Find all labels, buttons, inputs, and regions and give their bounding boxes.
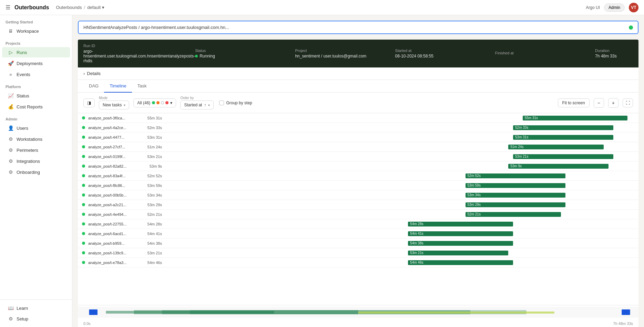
- details-chevron: ›: [83, 71, 85, 76]
- all-filter-button[interactable]: All (46) ▾: [133, 98, 176, 107]
- sidebar-item-runs[interactable]: ▷ Runs: [2, 47, 70, 57]
- all-label: All (46): [137, 101, 150, 105]
- sidebar-item-perimeters[interactable]: ⚙ Perimeters: [2, 145, 70, 155]
- row-dot: [82, 251, 85, 254]
- table-row[interactable]: analyze_pos/t-4e494... 52m 21s 52m 21s: [78, 210, 638, 219]
- sidebar-cost-reports-label: Cost Reports: [17, 104, 43, 109]
- bar-label: 55m 31s: [523, 116, 540, 120]
- table-row[interactable]: analyze_pos/t-22755... 54m 28s 54m 28s: [78, 219, 638, 229]
- zoom-in-button[interactable]: +: [608, 98, 619, 108]
- row-name: analyze_pos/t-f8c86...: [85, 183, 144, 188]
- run-search-text: HNSentimentAnalyzePosts / argo-hnsentime…: [83, 25, 229, 30]
- breadcrumb-current[interactable]: default ▾: [87, 5, 104, 10]
- table-row[interactable]: analyze_pos/t-6acd1... 54m 41s 54m 41s: [78, 229, 638, 239]
- tab-task[interactable]: Task: [132, 80, 152, 93]
- menu-icon[interactable]: ☰: [6, 4, 10, 11]
- row-bar-area: 53m 34s: [165, 190, 638, 200]
- sidebar-learn-label: Learn: [17, 306, 28, 311]
- breadcrumb-parent[interactable]: Outerbounds: [56, 5, 82, 10]
- tab-dag[interactable]: DAG: [83, 80, 104, 93]
- bar-label: 52m 52s: [466, 174, 483, 178]
- order-by-select[interactable]: Started at ↑ ▾: [180, 101, 214, 109]
- timeline-bar: 52m 21s: [466, 212, 561, 217]
- table-row[interactable]: analyze_pos/t-82a82... 53m 9s 53m 9s: [78, 161, 638, 171]
- argo-ui-link[interactable]: Argo UI: [586, 5, 600, 10]
- workspace-icon: 🖥: [8, 28, 14, 34]
- row-name: analyze_pos/t-3f0ca...: [85, 116, 144, 120]
- table-row[interactable]: analyze_pos/t-a2c21... 53m 29s 53m 29s: [78, 200, 638, 210]
- sidebar-item-status[interactable]: 📈 Status: [2, 91, 70, 101]
- timeline-bar: 55m 31s: [523, 116, 628, 120]
- row-bar-area: 53m 29s: [165, 200, 638, 209]
- timeline-bar: 53m 21s: [513, 154, 613, 159]
- zoom-out-button[interactable]: −: [594, 98, 604, 108]
- table-row[interactable]: analyze_pos/t-f8c86... 53m 59s 53m 59s: [78, 181, 638, 190]
- group-by-checkbox[interactable]: [219, 101, 224, 105]
- time-scale: 0.0s 7h 48m 33s: [78, 320, 638, 327]
- timeline-bar: 54m 28s: [408, 222, 513, 226]
- sidebar-item-events[interactable]: » Events: [2, 69, 70, 80]
- row-status: [81, 261, 85, 264]
- mode-select[interactable]: New tasks ▾: [99, 101, 129, 109]
- row-bar-area: 54m 46s: [165, 258, 638, 267]
- run-id-col: Run ID argo-hnsentiment.user.tuulosgmail…: [83, 44, 195, 63]
- sidebar-item-deployments[interactable]: 🚀 Deployments: [2, 58, 70, 68]
- run-status-col: Status Running: [195, 49, 295, 59]
- expand-button[interactable]: ⛶: [623, 98, 633, 107]
- collapse-button[interactable]: ◨: [83, 98, 95, 107]
- row-status: [81, 232, 85, 235]
- sidebar-item-setup[interactable]: ⚙ Setup: [2, 314, 70, 324]
- details-toggle[interactable]: › Details: [83, 71, 633, 76]
- row-name: analyze_pos/t-4477...: [85, 135, 144, 139]
- run-status-dot: [195, 55, 198, 57]
- row-status: [81, 145, 85, 148]
- setup-icon: ⚙: [8, 316, 14, 321]
- table-row[interactable]: analyze_pos/t-e78a3... 54m 46s 54m 46s: [78, 258, 638, 267]
- timeline-bar: 53m 21s: [408, 251, 508, 255]
- group-by-step[interactable]: Group by step: [219, 101, 252, 105]
- order-by-dropdown-arrow: ▾: [208, 103, 210, 107]
- bar-label: 51m 24s: [508, 145, 525, 149]
- fit-screen-button[interactable]: Fit to screen: [558, 98, 590, 107]
- row-duration: 53m 29s: [144, 203, 165, 207]
- row-duration: 54m 41s: [144, 232, 165, 236]
- sidebar-item-cost-reports[interactable]: 💰 Cost Reports: [2, 102, 70, 112]
- table-row[interactable]: analyze_pos/t-b959... 54m 38s 54m 38s: [78, 239, 638, 248]
- row-status: [81, 251, 85, 254]
- row-duration: 52m 21s: [144, 212, 165, 217]
- avatar[interactable]: VT: [629, 3, 638, 12]
- row-name: analyze_pos/t-27cf7...: [85, 145, 144, 149]
- svg-rect-6: [622, 309, 630, 315]
- row-name: analyze_pos/t-0199f...: [85, 155, 144, 159]
- bar-label: 53m 34s: [466, 193, 483, 197]
- admin-button[interactable]: Admin: [604, 3, 625, 12]
- sidebar-item-learn[interactable]: 📖 Learn: [2, 303, 70, 313]
- bar-label: 52m 21s: [466, 212, 483, 216]
- deployments-icon: 🚀: [8, 61, 14, 66]
- sidebar-item-workstations[interactable]: ⚙ Workstations: [2, 134, 70, 144]
- sidebar-item-users[interactable]: 👤 Users: [2, 123, 70, 133]
- sidebar-item-onboarding[interactable]: ⚙ Onboarding: [2, 167, 70, 177]
- tab-timeline[interactable]: Timeline: [104, 80, 132, 93]
- table-row[interactable]: analyze_pos/t-3f0ca... 55m 31s 55m 31s: [78, 113, 638, 123]
- sidebar-workstations-label: Workstations: [17, 137, 42, 142]
- row-duration: 55m 31s: [144, 116, 165, 120]
- table-row[interactable]: analyze_pos/t-83a4f... 52m 52s 52m 52s: [78, 171, 638, 181]
- table-row[interactable]: analyze_pos/t-00b5b... 53m 34s 53m 34s: [78, 190, 638, 200]
- timeline-bar: 51m 24s: [508, 145, 604, 149]
- timeline-bar: 54m 41s: [408, 231, 513, 236]
- table-row[interactable]: analyze_pos/t-139c9... 53m 21s 53m 21s: [78, 248, 638, 258]
- run-started-label: Started at: [395, 49, 495, 53]
- row-name: analyze_pos/t-4e494...: [85, 212, 144, 217]
- table-row[interactable]: analyze_pos/t-4477... 53m 31s 53m 31s: [78, 133, 638, 142]
- table-row[interactable]: analyze_pos/t-27cf7... 51m 24s 51m 24s: [78, 142, 638, 152]
- sidebar-item-integrations[interactable]: ⚙ Integrations: [2, 156, 70, 166]
- row-status: [81, 116, 85, 119]
- table-row[interactable]: analyze_pos/t-4a2ce... 52m 33s 52m 33s: [78, 123, 638, 133]
- run-search-bar[interactable]: HNSentimentAnalyzePosts / argo-hnsentime…: [78, 21, 638, 34]
- row-dot: [82, 174, 85, 177]
- bar-label: 53m 21s: [513, 155, 530, 158]
- table-row[interactable]: analyze_pos/t-0199f... 53m 21s 53m 21s: [78, 152, 638, 161]
- row-bar-area: 53m 59s: [165, 181, 638, 190]
- sidebar-item-workspace[interactable]: 🖥 Workspace: [2, 26, 70, 36]
